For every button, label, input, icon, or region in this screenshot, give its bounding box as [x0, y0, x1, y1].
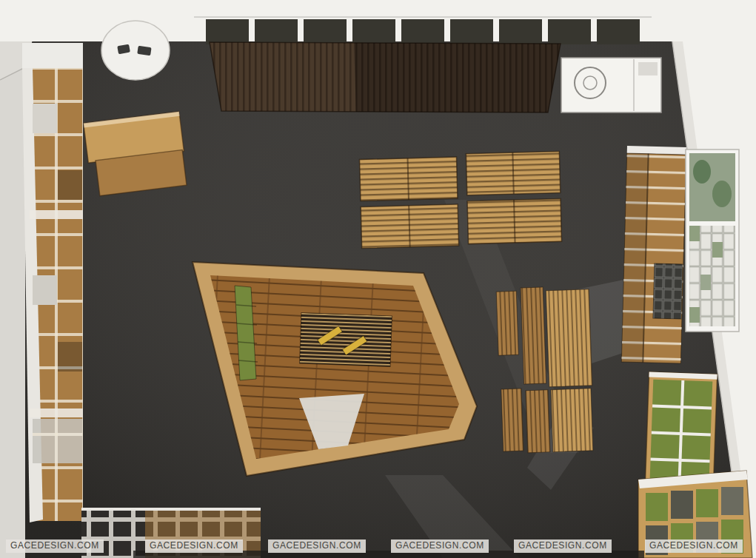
- green-locker-upper: [645, 372, 717, 489]
- watermark-text: GACEDESIGN.COM: [268, 539, 366, 553]
- slatted-bench: [501, 389, 523, 451]
- watermark-text: GACEDESIGN.COM: [391, 539, 489, 553]
- slatted-bench: [496, 291, 518, 355]
- skylight-pane: [401, 19, 444, 44]
- right-shelf: [621, 146, 686, 363]
- skylight-pane: [548, 19, 591, 44]
- slatted-table: [361, 204, 458, 248]
- render-canvas: [0, 0, 756, 558]
- watermark-text: GACEDESIGN.COM: [514, 539, 612, 553]
- skylight-pane: [255, 19, 298, 44]
- left-shelving: [22, 43, 83, 522]
- shelf-divider: [30, 409, 83, 417]
- skylight-pane: [597, 19, 640, 44]
- empty-cell: [33, 104, 57, 133]
- canopy-shadow: [354, 43, 561, 112]
- skylight-pane: [499, 19, 542, 44]
- skylight-row: [206, 19, 640, 44]
- shelf-divider: [30, 210, 83, 219]
- skylight-pane: [450, 19, 493, 44]
- interior-render: GACEDESIGN.COM GACEDESIGN.COM GACEDESIGN…: [0, 0, 756, 558]
- display-table: [300, 313, 392, 366]
- shelving-top: [22, 43, 83, 71]
- empty-cell: [33, 275, 57, 305]
- skylight-pane: [352, 19, 395, 44]
- slatted-bench: [521, 287, 546, 384]
- ac-unit: [561, 58, 661, 112]
- dark-cell: [58, 342, 82, 372]
- watermark-text: GACEDESIGN.COM: [145, 539, 243, 553]
- slatted-table: [466, 151, 560, 195]
- wall-poster: [686, 149, 739, 332]
- slatted-table: [467, 198, 561, 243]
- round-fixture: [101, 21, 170, 80]
- dark-cell: [58, 170, 82, 200]
- slatted-bench: [526, 390, 550, 453]
- watermark-text: GACEDESIGN.COM: [645, 539, 743, 553]
- skylight-pane: [304, 19, 347, 44]
- dark-crate: [653, 263, 683, 319]
- slatted-bench: [546, 289, 592, 387]
- corner-desk: [84, 112, 188, 197]
- slatted-canopy: [210, 42, 561, 112]
- slatted-table: [360, 157, 458, 201]
- watermark-text: GACEDESIGN.COM: [6, 539, 104, 553]
- slatted-bench: [551, 389, 593, 452]
- skylight-pane: [206, 19, 249, 44]
